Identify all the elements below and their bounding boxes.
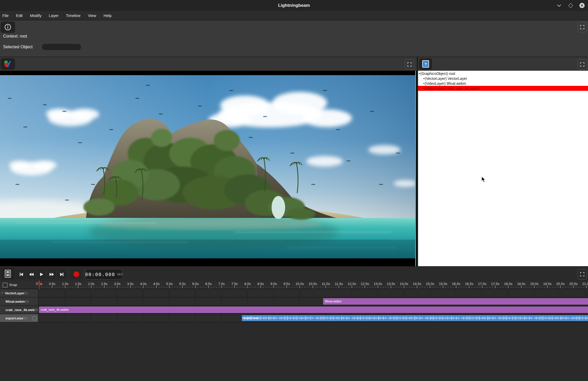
track-mute-box[interactable]: - [32, 316, 37, 320]
stage-canvas[interactable] [0, 71, 417, 266]
record-button[interactable] [71, 270, 82, 279]
ruler-label: 2.5s [101, 282, 108, 286]
tree-item-label: (VectorLayer) VectorLayer [425, 76, 467, 81]
expand-icon [580, 272, 584, 276]
tree-expander-icon[interactable]: ▾ [423, 87, 425, 90]
menu-file[interactable]: File [0, 13, 11, 18]
tree-tab[interactable]: ? [419, 58, 432, 70]
track-name: export.wav [5, 316, 23, 320]
vector-shapes-icon [4, 60, 12, 68]
svg-text:?: ? [424, 62, 427, 66]
menu-layer[interactable]: Layer [46, 13, 61, 18]
ruler-label: 7.0s [218, 282, 225, 286]
tree-item[interactable]: ▾(GraphicsObject) root [418, 71, 588, 76]
ruler-label: 3.0s [114, 282, 121, 286]
ruler-label: 18.0s [504, 282, 512, 286]
timeline-ruler[interactable]: Snap 0.0s0.5s1.0s1.5s2.0s2.5s3.0s3.5s4.0… [0, 281, 588, 289]
ruler-label: 15.5s [439, 282, 447, 286]
track-expander-icon[interactable]: ▾ [2, 292, 3, 294]
tree-expander-icon[interactable]: ▾ [423, 82, 425, 85]
menu-modify[interactable]: Modify [28, 13, 44, 18]
ruler-label: 4.5s [153, 282, 160, 286]
tree-item-label: (VideoLayer) 9final.webm [425, 81, 466, 86]
tree-expand-button[interactable] [578, 59, 587, 70]
selected-object-field[interactable] [42, 44, 81, 50]
window-close-icon[interactable] [579, 3, 585, 8]
track-row: crab_rave_4k.webm[S]crab_rave_4k.webm [0, 306, 588, 314]
menu-timeline[interactable]: Timeline [64, 13, 83, 18]
record-icon [74, 271, 79, 277]
ruler-label: 9.0s [271, 282, 277, 286]
ruler-label: 12.5s [361, 282, 369, 286]
track-label[interactable]: 9final.webm[S] [0, 297, 39, 305]
clip-video[interactable]: crab_rave_4k.webm [39, 307, 588, 313]
tree-expander-icon[interactable]: ▾ [423, 77, 425, 80]
inspector-panel: Context: root Selected Object [0, 20, 588, 57]
tree-item[interactable]: ▾(VectorLayer) VectorLayer [418, 76, 588, 81]
ruler-label: 0.5s [49, 282, 56, 286]
track-type-suffix: [L] [24, 291, 28, 295]
ruler-label: 1.0s [62, 282, 69, 286]
skip-to-start-button[interactable] [16, 270, 26, 279]
window-minimize-icon[interactable] [556, 3, 562, 8]
inspector-tab[interactable] [1, 21, 15, 33]
waveform [242, 315, 588, 321]
ruler-label: 14.0s [400, 282, 408, 286]
window-controls [556, 0, 585, 11]
stage-selection-outline [415, 71, 416, 266]
clip-video[interactable]: 9final.webm [323, 298, 588, 305]
play-button[interactable] [36, 270, 47, 279]
tree-expander-icon[interactable]: ▾ [419, 72, 420, 75]
skip-to-start-icon [19, 272, 24, 277]
skip-to-end-icon [59, 272, 64, 277]
inspector-expand-button[interactable] [578, 22, 587, 32]
snap-checkbox[interactable] [3, 283, 8, 288]
window-restore-icon[interactable] [568, 3, 573, 8]
ruler-label: 13.5s [387, 282, 395, 286]
track-label[interactable]: ▾VectorLayer[L] [0, 289, 39, 297]
ruler-label: 11.0s [322, 282, 330, 286]
tree-item-label: (GraphicsObject) root [420, 72, 455, 76]
ruler-label: 16.5s [465, 282, 473, 286]
ruler-label: 4.0s [140, 282, 147, 286]
clip-audio[interactable]: export.wav [242, 315, 588, 321]
ruler-label: 1.5s [75, 282, 82, 286]
playhead[interactable] [38, 280, 41, 289]
ruler-label: 20.5s [569, 282, 578, 286]
track-row: export.wav[A]-export.wav [0, 314, 588, 323]
menu-help[interactable]: Help [101, 13, 114, 18]
track-type-suffix: [S] [35, 308, 38, 311]
ruler-label: 12.0s [348, 282, 356, 286]
tree-item[interactable]: ▾(VideoLayer) crab_rave_4k.webm [418, 86, 588, 91]
tree-item[interactable]: ▾(VideoLayer) 9final.webm [418, 81, 588, 86]
track-rows: ▾VectorLayer[L]9final.webm[S]9final.webm… [0, 289, 588, 323]
ruler-label: 10.5s [309, 282, 317, 286]
ruler-label: 15.0s [426, 282, 434, 286]
image-placeholder-icon: ? [422, 60, 429, 68]
film-strip-icon [4, 270, 11, 278]
context-label: Context: root [3, 34, 27, 39]
ruler-label: 21.0s [582, 282, 588, 286]
scene-tree-list: ▾(GraphicsObject) root▾(VectorLayer) Vec… [418, 71, 588, 266]
play-icon [39, 272, 44, 277]
info-icon [4, 24, 11, 31]
menu-edit[interactable]: Edit [14, 13, 25, 18]
menu-view[interactable]: View [85, 13, 99, 18]
track-row: ▾VectorLayer[L] [0, 289, 588, 297]
time-unit-label: SEC [117, 273, 123, 276]
stage-panel [0, 57, 417, 266]
track-label[interactable]: crab_rave_4k.webm[S] [0, 306, 39, 314]
app-window: Lightningbeam FileEditModifyLayerTimelin… [0, 0, 588, 381]
timeline-tab[interactable] [1, 268, 15, 280]
stage-tab[interactable] [1, 58, 15, 70]
skip-to-end-button[interactable] [57, 270, 67, 279]
timeline-expand-button[interactable] [578, 269, 587, 279]
stage-expand-button[interactable] [405, 59, 414, 70]
rewind-icon [29, 272, 34, 277]
ruler-label: 5.0s [166, 282, 173, 286]
expand-icon [580, 62, 584, 67]
track-label[interactable]: export.wav[A]- [0, 314, 39, 322]
fast-forward-button[interactable] [47, 270, 57, 279]
mouse-cursor [481, 176, 486, 183]
rewind-button[interactable] [26, 270, 36, 279]
